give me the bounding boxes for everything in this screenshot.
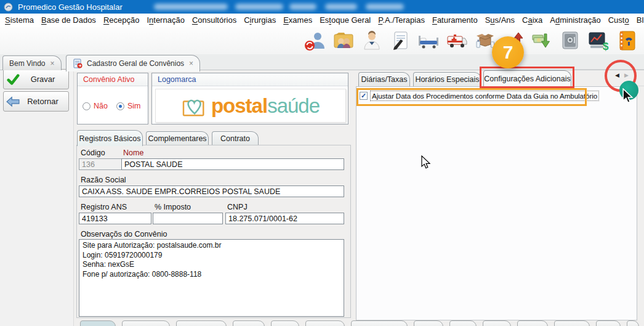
- razao-social-label: Razão Social: [81, 176, 126, 184]
- cnpj-field[interactable]: [225, 213, 344, 224]
- ajustar-data-checkbox[interactable]: ✓: [360, 92, 368, 100]
- menu-item-exames[interactable]: Exames: [280, 14, 316, 27]
- bottom-tab[interactable]: [414, 320, 443, 326]
- observacoes-label: Observaçõs do Convênio: [81, 230, 167, 238]
- tab-diarias-taxas[interactable]: Diárias/Taxas: [358, 72, 410, 86]
- panel-top-line: [637, 86, 644, 86]
- safe-icon[interactable]: [558, 30, 581, 52]
- redacted-text-blob: [154, 4, 228, 10]
- tab-label: Configurações Adicionais: [484, 75, 570, 83]
- menu-item-base-de-dados[interactable]: Base de Dados: [38, 14, 100, 27]
- menu-item-internacao[interactable]: Internação: [143, 14, 188, 27]
- tab-label: Bem Vindo: [9, 59, 45, 68]
- tab-bem-vindo[interactable]: Bem Vindo ×: [2, 55, 62, 70]
- tab-cadastro-geral-de-convenios[interactable]: Cadastro Geral de Convênios ×: [66, 55, 200, 71]
- ajustar-data-checkbox-row[interactable]: ✓ Ajustar Data dos Procedimentos conform…: [360, 91, 598, 100]
- registro-ans-field[interactable]: [79, 213, 151, 224]
- ajustar-data-checkbox-label: Ajustar Data dos Procedimentos conforme …: [371, 91, 598, 100]
- brand-saude: saúde: [267, 94, 320, 118]
- finance-icon[interactable]: $: [587, 30, 610, 52]
- tab-registros-basicos[interactable]: Registros Básicos: [77, 130, 143, 146]
- redacted-text-blob: [235, 4, 283, 10]
- menu-item-cirurgias[interactable]: Cirurgias: [240, 14, 280, 27]
- save-button-label: Gravar: [22, 75, 63, 84]
- bottom-tab[interactable]: [176, 320, 227, 326]
- scroll-right-icon[interactable]: ▶: [624, 72, 629, 78]
- menu-item-consultorios[interactable]: Consultórios: [188, 14, 240, 27]
- toolbar: $: [0, 27, 644, 54]
- step-number: 7: [503, 42, 513, 63]
- nome-label: Nome: [123, 149, 143, 157]
- brand-postal: postal: [211, 94, 267, 118]
- bottom-tab[interactable]: [517, 320, 548, 326]
- menu-item-faturamento[interactable]: Faturamento: [429, 14, 481, 27]
- bottom-tab[interactable]: [483, 320, 511, 326]
- envelope-heart-icon: [182, 94, 209, 118]
- razao-social-field[interactable]: [79, 185, 344, 197]
- tab-complementares[interactable]: Complementares: [146, 131, 209, 145]
- logomarca-groupbox: Logomarca postalsaúde: [151, 73, 348, 124]
- bottom-tab[interactable]: [596, 320, 621, 326]
- bottom-tab-row: [76, 320, 644, 326]
- codigo-label: Código: [81, 149, 105, 157]
- phonebook-icon[interactable]: [615, 30, 638, 52]
- title-bar: Promedico Gestão Hospitalar: [0, 0, 644, 14]
- redacted-text-blob: [366, 4, 404, 10]
- imposto-field[interactable]: [153, 213, 223, 224]
- convenio-sim-radio[interactable]: [116, 102, 124, 110]
- return-button[interactable]: Retornar: [3, 91, 69, 112]
- svg-text:$: $: [603, 41, 609, 52]
- redacted-text-blob: [325, 4, 357, 10]
- ambulance-icon[interactable]: [445, 30, 468, 52]
- observacoes-field[interactable]: Site para Autorização: postalsaude.com.b…: [79, 239, 344, 317]
- menu-item-sus-ans[interactable]: Sus/Ans: [481, 14, 518, 27]
- menu-item-recepcao[interactable]: Recepção: [100, 14, 143, 27]
- tab-label: Contrato: [220, 134, 250, 143]
- menu-item-sistema[interactable]: Sistema: [1, 14, 38, 27]
- menu-item-custo[interactable]: Custo: [605, 14, 633, 27]
- close-icon[interactable]: ×: [50, 59, 54, 68]
- tab-label: Cadastro Geral de Convênios: [87, 59, 184, 68]
- check-icon: [4, 73, 22, 86]
- logo-image: postalsaúde: [155, 89, 346, 123]
- tab-label: Registros Básicos: [79, 134, 140, 143]
- bottom-tab[interactable]: [554, 320, 590, 326]
- bottom-tab[interactable]: [351, 320, 408, 326]
- money-down-icon[interactable]: [530, 30, 553, 52]
- patients-folder-icon[interactable]: [332, 30, 355, 52]
- save-button[interactable]: Gravar: [3, 69, 69, 89]
- window-title: Promedico Gestão Hospitalar: [18, 2, 123, 12]
- bottom-tab[interactable]: [449, 320, 477, 326]
- convenio-nao-label: Não: [94, 102, 108, 110]
- convenio-ativo-title: Convênio Ativo: [78, 73, 148, 86]
- menu-item-caixa[interactable]: Caixa: [518, 14, 546, 27]
- doctor-icon[interactable]: [360, 30, 383, 52]
- contract-icon[interactable]: [388, 30, 411, 52]
- convenio-ativo-groupbox: Convênio Ativo Não Sim: [77, 73, 148, 124]
- click-dot-annotation: [619, 81, 638, 100]
- hospital-bed-icon[interactable]: [417, 30, 440, 52]
- tab-horarios-especiais[interactable]: Horários Especiais: [413, 72, 481, 86]
- arrow-left-icon: [4, 96, 22, 107]
- menu-item-p-a-terapias[interactable]: P.A./Terapias: [374, 14, 429, 27]
- imposto-label: % Imposto: [155, 203, 191, 211]
- menu-item-bi[interactable]: BI: [633, 14, 644, 27]
- bottom-tab[interactable]: [627, 320, 639, 326]
- tab-label: Horários Especiais: [415, 75, 479, 84]
- bottom-tab[interactable]: [80, 320, 116, 326]
- tab-configuracoes-adicionais[interactable]: Configurações Adicionais: [483, 70, 571, 87]
- bottom-tab[interactable]: [305, 320, 345, 326]
- sync-user-icon[interactable]: [304, 30, 326, 52]
- close-icon[interactable]: ×: [189, 59, 193, 68]
- bottom-tab[interactable]: [233, 320, 265, 326]
- bottom-tab[interactable]: [122, 320, 170, 326]
- bottom-tab[interactable]: [271, 320, 299, 326]
- return-button-label: Retornar: [22, 97, 63, 106]
- tab-contrato[interactable]: Contrato: [212, 131, 259, 145]
- nome-field[interactable]: [121, 158, 344, 170]
- scroll-left-icon[interactable]: ◀: [615, 72, 619, 78]
- convenio-nao-radio[interactable]: [83, 102, 91, 110]
- menu-item-administracao[interactable]: Administração: [546, 14, 604, 27]
- registro-ans-label: Registro ANS: [81, 203, 127, 211]
- menu-item-estoque-geral[interactable]: Estoque Geral: [316, 14, 374, 27]
